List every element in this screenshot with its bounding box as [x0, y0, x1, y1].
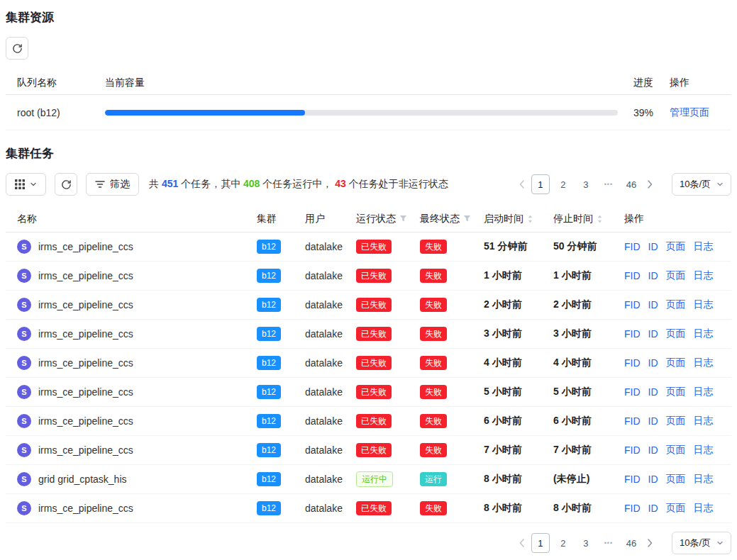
fid-link[interactable]: FID: [624, 357, 641, 369]
resource-row: root (b12) 39% 管理页面: [6, 95, 731, 130]
id-link[interactable]: ID: [648, 415, 658, 427]
table-row: S irms_ce_pipeline_ccs b12 datalake 已失败 …: [6, 262, 731, 291]
tasks-table-body: S irms_ce_pipeline_ccs b12 datalake 已失败 …: [6, 233, 731, 523]
page-number[interactable]: 1: [531, 533, 550, 553]
cluster-badge: b12: [257, 327, 281, 341]
user-name: datalake: [305, 386, 343, 398]
page-number[interactable]: •••: [599, 174, 618, 194]
fid-link[interactable]: FID: [624, 299, 641, 310]
page-size-select[interactable]: 10条/页: [672, 173, 731, 196]
log-link[interactable]: 日志: [694, 473, 714, 486]
log-link[interactable]: 日志: [694, 502, 714, 515]
user-name: datalake: [305, 415, 343, 427]
task-name: irms_ce_pipeline_ccs: [38, 270, 133, 281]
log-link[interactable]: 日志: [694, 298, 714, 311]
page-number[interactable]: 3: [577, 533, 595, 553]
cluster-badge: b12: [257, 269, 281, 283]
cluster-badge: b12: [257, 443, 281, 457]
fid-link[interactable]: FID: [624, 241, 641, 252]
page-number[interactable]: 2: [554, 174, 572, 194]
sort-icon[interactable]: [597, 214, 603, 224]
log-link[interactable]: 日志: [694, 386, 714, 398]
page-size-select[interactable]: 10条/页: [672, 532, 731, 554]
next-page-button[interactable]: [641, 174, 659, 194]
page: 集群资源 队列名称 当前容量 进度 操作 root (b12): [0, 0, 737, 554]
avatar: S: [17, 385, 31, 399]
id-link[interactable]: ID: [648, 386, 658, 398]
refresh-icon: [12, 43, 23, 54]
page-number[interactable]: 3: [577, 174, 595, 194]
start-time: 8 小时前: [484, 502, 553, 515]
id-link[interactable]: ID: [648, 328, 658, 340]
fid-link[interactable]: FID: [624, 415, 641, 427]
task-name: irms_ce_pipeline_ccs: [38, 328, 133, 340]
sort-icon[interactable]: [527, 214, 533, 224]
page-number[interactable]: 46: [622, 174, 641, 194]
log-link[interactable]: 日志: [694, 415, 714, 427]
page-link[interactable]: 页面: [666, 240, 686, 253]
id-link[interactable]: ID: [648, 270, 658, 281]
col-action: 操作: [624, 213, 731, 225]
filter-button[interactable]: 筛选: [86, 173, 139, 196]
page-number[interactable]: •••: [599, 533, 618, 553]
cluster-resources-title: 集群资源: [6, 10, 731, 26]
column-settings-button[interactable]: [6, 173, 46, 196]
user-name: datalake: [305, 503, 343, 514]
fid-link[interactable]: FID: [624, 386, 641, 398]
tasks-toolbar: 筛选 共 451 个任务，其中 408 个任务运行中， 43 个任务处于非运行状…: [6, 173, 731, 196]
tasks-refresh-button[interactable]: [55, 173, 77, 196]
avatar: S: [17, 443, 31, 457]
id-link[interactable]: ID: [648, 357, 658, 369]
fid-link[interactable]: FID: [624, 328, 641, 340]
run-status-badge: 已失败: [356, 356, 392, 370]
funnel-filter-icon[interactable]: [399, 215, 407, 223]
prev-page-button[interactable]: [513, 174, 531, 194]
log-link[interactable]: 日志: [694, 240, 714, 253]
summary-text: 个任务，其中: [178, 178, 243, 189]
cluster-badge: b12: [257, 472, 281, 486]
page-link[interactable]: 页面: [666, 502, 686, 515]
page-number[interactable]: 46: [622, 533, 641, 553]
page-link[interactable]: 页面: [666, 327, 686, 340]
stop-time: 4 小时前: [553, 357, 624, 369]
page-link[interactable]: 页面: [666, 269, 686, 282]
id-link[interactable]: ID: [648, 241, 658, 252]
run-status-badge: 已失败: [356, 240, 392, 254]
page-link[interactable]: 页面: [666, 415, 686, 427]
fid-link[interactable]: FID: [624, 474, 641, 485]
funnel-filter-icon[interactable]: [463, 215, 471, 223]
start-time: 4 小时前: [484, 357, 553, 369]
manage-page-link[interactable]: 管理页面: [670, 106, 709, 118]
next-page-button[interactable]: [641, 533, 659, 553]
page-number[interactable]: 1: [531, 174, 550, 194]
page-link[interactable]: 页面: [666, 386, 686, 398]
log-link[interactable]: 日志: [694, 269, 714, 282]
id-link[interactable]: ID: [648, 474, 658, 485]
page-link[interactable]: 页面: [666, 298, 686, 311]
not-running-tasks-count: 43: [335, 178, 346, 189]
page-size-value: 10条/页: [680, 537, 711, 549]
prev-page-button[interactable]: [513, 533, 531, 553]
task-name: irms_ce_pipeline_ccs: [38, 357, 133, 369]
avatar: S: [17, 240, 31, 254]
page-link[interactable]: 页面: [666, 473, 686, 486]
id-link[interactable]: ID: [648, 299, 658, 310]
table-row: S irms_ce_pipeline_ccs b12 datalake 已失败 …: [6, 291, 731, 320]
fid-link[interactable]: FID: [624, 503, 641, 514]
page-number[interactable]: 2: [554, 533, 572, 553]
log-link[interactable]: 日志: [694, 357, 714, 369]
fid-link[interactable]: FID: [624, 444, 641, 456]
page-link[interactable]: 页面: [666, 444, 686, 457]
id-link[interactable]: ID: [648, 503, 658, 514]
fid-link[interactable]: FID: [624, 270, 641, 281]
final-status-badge: 失败: [420, 356, 447, 370]
log-link[interactable]: 日志: [694, 444, 714, 457]
run-status-badge: 已失败: [356, 414, 392, 428]
col-start-time-label: 启动时间: [484, 213, 523, 225]
id-link[interactable]: ID: [648, 444, 658, 456]
log-link[interactable]: 日志: [694, 327, 714, 340]
resources-refresh-button[interactable]: [6, 37, 28, 60]
page-link[interactable]: 页面: [666, 357, 686, 369]
final-status-badge: 失败: [420, 414, 447, 428]
table-row: S irms_ce_pipeline_ccs b12 datalake 已失败 …: [6, 494, 731, 523]
